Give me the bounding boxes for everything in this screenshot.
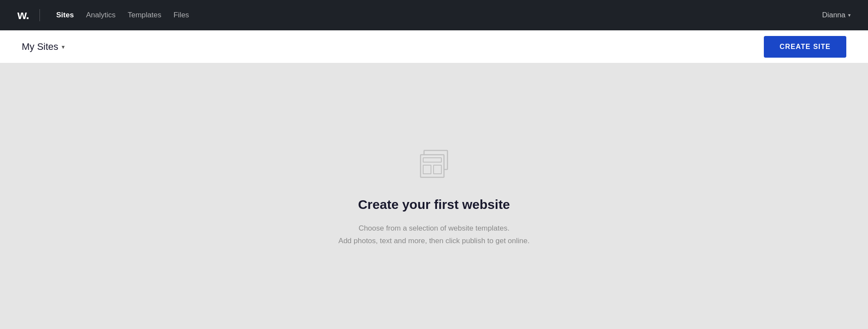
title-chevron-icon: ▾ xyxy=(62,43,65,50)
nav-item-files[interactable]: Files xyxy=(168,11,195,20)
navbar: w. Sites Analytics Templates Files Diann… xyxy=(0,0,868,30)
nav-links: Sites Analytics Templates Files xyxy=(50,11,822,20)
nav-item-templates[interactable]: Templates xyxy=(122,11,167,20)
website-icon xyxy=(414,144,454,183)
create-site-button[interactable]: CREATE SITE xyxy=(764,36,846,58)
user-menu[interactable]: Dianna ▾ xyxy=(822,11,851,20)
main-content: Create your first website Choose from a … xyxy=(0,63,868,329)
user-name: Dianna xyxy=(822,11,845,20)
my-sites-label: My Sites xyxy=(22,41,58,52)
toolbar: My Sites ▾ CREATE SITE xyxy=(0,30,868,63)
empty-state-line1: Choose from a selection of website templ… xyxy=(339,222,529,235)
nav-divider xyxy=(39,9,40,21)
empty-state-line2: Add photos, text and more, then click pu… xyxy=(339,235,529,248)
empty-state-subtitle: Choose from a selection of website templ… xyxy=(339,222,529,248)
empty-state-title: Create your first website xyxy=(358,197,510,212)
nav-item-sites[interactable]: Sites xyxy=(50,11,80,20)
user-chevron-icon: ▾ xyxy=(848,12,851,18)
logo: w. xyxy=(17,8,29,22)
nav-item-analytics[interactable]: Analytics xyxy=(80,11,122,20)
page-title: My Sites ▾ xyxy=(22,41,764,52)
